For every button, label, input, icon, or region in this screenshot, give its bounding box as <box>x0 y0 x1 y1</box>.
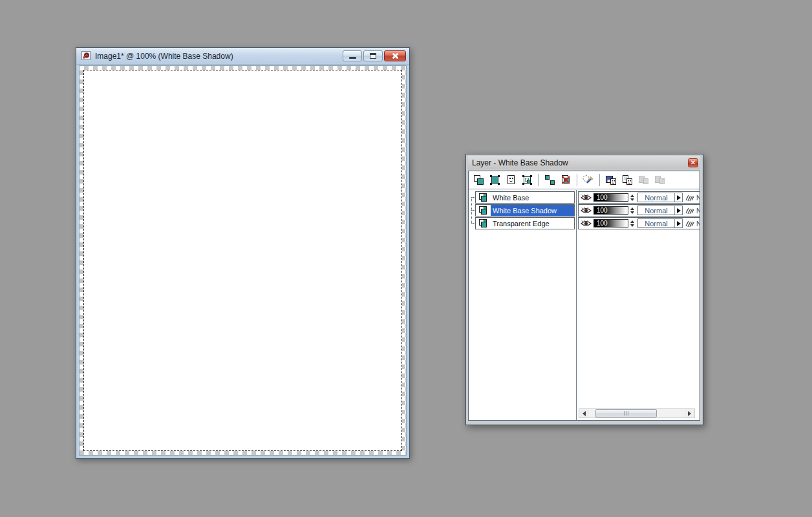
opacity-slider[interactable]: 100 <box>593 193 628 202</box>
tree-stub <box>471 197 475 198</box>
layer-name: Transparent Edge <box>491 218 574 229</box>
load-mask-from-disk-icon <box>604 174 617 186</box>
spin-up-icon <box>630 220 634 223</box>
save-mask-to-disk-icon <box>637 174 650 186</box>
dropdown-arrow-button[interactable] <box>674 193 682 202</box>
opacity-slider[interactable]: 100 <box>593 206 628 215</box>
opacity-value: 100 <box>594 194 608 201</box>
image-document-window: Image1* @ 100% (White Base Shadow) <box>76 47 410 459</box>
horizontal-scrollbar[interactable] <box>579 408 695 418</box>
link-group-value: Non <box>696 194 700 202</box>
canvas-selection-marching-ants[interactable] <box>83 70 402 451</box>
blend-mode-value: Normal <box>638 219 674 227</box>
blend-mode-value: Normal <box>638 193 674 202</box>
opacity-spinner[interactable] <box>630 207 636 214</box>
thumb-grip <box>628 411 628 416</box>
blend-mode-dropdown[interactable]: Normal <box>637 218 683 228</box>
arrow-right-icon <box>677 221 681 226</box>
layer-palette-window: Layer - White Base Shadow ✕ <box>465 154 703 425</box>
minimize-icon <box>349 57 356 59</box>
layer-palette-title: Layer - White Base Shadow <box>472 158 688 167</box>
delete-layer-icon <box>560 174 572 186</box>
toolbar-separator <box>577 174 577 186</box>
new-adjustment-layer-button[interactable] <box>520 174 533 187</box>
new-mask-layer-icon <box>505 174 517 186</box>
raster-layer-icon <box>476 218 491 229</box>
new-mask-layer-button[interactable] <box>504 174 517 187</box>
palette-close-button[interactable]: ✕ <box>688 158 698 167</box>
layer-row-white-base[interactable]: White Base <box>475 191 575 204</box>
save-mask-to-alpha-button <box>653 174 666 187</box>
toolbar-separator <box>538 174 539 186</box>
toolbar-separator <box>599 174 600 186</box>
opacity-spinner[interactable] <box>630 195 636 201</box>
spin-down-icon <box>630 198 634 201</box>
save-mask-to-disk-button <box>637 174 650 187</box>
dropdown-arrow-button[interactable] <box>674 206 682 215</box>
raster-layer-icon <box>476 205 491 216</box>
scroll-left-button[interactable] <box>579 409 589 417</box>
maximize-button[interactable] <box>363 50 383 61</box>
spin-up-icon <box>630 195 634 197</box>
new-raster-layer-icon <box>473 174 485 186</box>
duplicate-layer-button[interactable] <box>543 174 556 187</box>
new-adjustment-layer-icon <box>521 174 533 186</box>
layer-list-pane: White Base White Base Shadow <box>469 190 577 420</box>
layer-palette-content: White Base White Base Shadow <box>469 190 700 420</box>
arrow-right-icon <box>688 411 691 416</box>
edit-selection-icon <box>582 174 595 186</box>
opacity-spinner[interactable] <box>630 220 636 227</box>
scrollbar-thumb[interactable] <box>595 409 657 417</box>
close-button[interactable] <box>384 50 406 61</box>
load-mask-from-document-button[interactable] <box>621 174 634 187</box>
blend-mode-dropdown[interactable]: Normal <box>637 206 683 215</box>
visibility-eye-toggle[interactable] <box>581 220 592 227</box>
visibility-eye-toggle[interactable] <box>581 207 592 214</box>
layer-palette-toolbar <box>469 171 700 189</box>
spin-down-icon <box>630 224 634 227</box>
new-raster-layer-button[interactable] <box>472 174 485 187</box>
duplicate-layer-icon <box>544 174 556 186</box>
link-group-toggle[interactable] <box>685 207 694 215</box>
layer-controls-pane: 100 Normal Non <box>577 190 700 420</box>
new-vector-layer-button[interactable] <box>488 174 501 187</box>
layer-palette-body: White Base White Base Shadow <box>468 171 700 421</box>
layer-controls-row: 100 Normal Non <box>578 204 700 216</box>
layer-row-transparent-edge[interactable]: Transparent Edge <box>475 217 575 229</box>
layer-row-white-base-shadow[interactable]: White Base Shadow <box>475 204 575 216</box>
dropdown-arrow-button[interactable] <box>674 219 682 227</box>
link-group-value: Non <box>696 207 700 215</box>
layer-controls-row: 100 Normal Non <box>578 191 700 204</box>
opacity-value: 100 <box>594 220 608 227</box>
close-icon: ✕ <box>690 160 696 166</box>
opacity-slider[interactable]: 100 <box>593 219 628 227</box>
save-mask-to-alpha-icon <box>653 174 666 186</box>
spin-up-icon <box>630 207 634 210</box>
thumb-grip <box>626 411 626 416</box>
blend-mode-dropdown[interactable]: Normal <box>637 193 683 202</box>
minimize-button[interactable] <box>343 50 362 61</box>
psp-image-icon <box>81 51 91 61</box>
load-mask-from-document-icon <box>621 174 634 186</box>
link-group-toggle[interactable] <box>685 194 694 202</box>
layer-name: White Base <box>491 192 574 203</box>
layer-controls-row: 100 Normal Non <box>578 217 700 229</box>
edit-selection-button[interactable] <box>582 174 595 187</box>
scroll-right-button[interactable] <box>685 409 694 417</box>
new-vector-layer-icon <box>489 174 501 186</box>
layer-palette-titlebar[interactable]: Layer - White Base Shadow ✕ <box>468 156 700 169</box>
scrollbar-track[interactable] <box>589 409 685 417</box>
arrow-right-icon <box>677 208 681 213</box>
image-window-title: Image1* @ 100% (White Base Shadow) <box>95 52 343 61</box>
visibility-eye-toggle[interactable] <box>581 194 592 201</box>
canvas-transparent-edge[interactable] <box>79 65 407 456</box>
link-group-value: Non <box>696 220 700 227</box>
image-window-titlebar[interactable]: Image1* @ 100% (White Base Shadow) <box>76 48 409 65</box>
load-mask-from-disk-button[interactable] <box>604 174 617 187</box>
arrow-left-icon <box>582 411 586 416</box>
tree-stub <box>471 223 475 224</box>
thumb-grip <box>624 411 625 416</box>
delete-layer-button[interactable] <box>559 174 572 187</box>
maximize-icon <box>370 53 376 59</box>
link-group-toggle[interactable] <box>685 220 694 227</box>
